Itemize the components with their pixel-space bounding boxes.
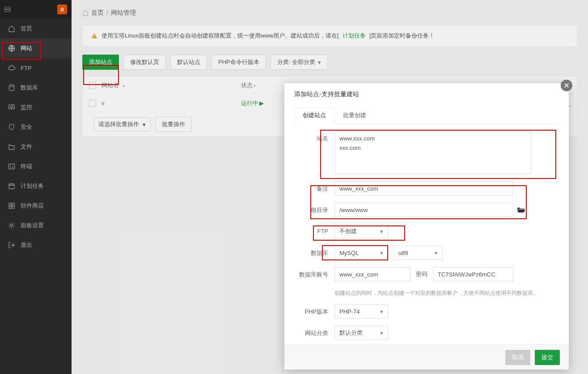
label-password: 密码: [416, 270, 427, 278]
modal-footer: 取消 提交: [284, 344, 569, 370]
tab-batch-create[interactable]: 批量创建: [334, 107, 375, 123]
add-site-form: 域名 备注 根目录 FTP: [284, 131, 569, 353]
add-site-modal: 添加站点-支持批量建站 创建站点 批量创建 域名 备注 根目录: [284, 83, 569, 370]
tab-create-site[interactable]: 创建站点: [294, 107, 334, 124]
php-version-select[interactable]: PHP-74 ▾: [334, 304, 388, 319]
label-database: 数据库: [295, 246, 334, 257]
label-domain: 域名: [295, 131, 334, 143]
chevron-down-icon: ▾: [380, 308, 383, 315]
chevron-down-icon: ▾: [380, 330, 383, 336]
folder-open-icon[interactable]: [517, 206, 525, 214]
db-password-input[interactable]: [433, 267, 513, 281]
label-note: 备注: [295, 181, 334, 193]
label-db-account: 数据库账号: [295, 267, 334, 279]
label-category: 网站分类: [295, 326, 334, 337]
chevron-down-icon: ▾: [380, 228, 383, 235]
cancel-button[interactable]: 取消: [505, 350, 530, 365]
label-ftp: FTP: [295, 224, 334, 234]
domain-textarea[interactable]: [334, 131, 531, 174]
modal-title: 添加站点-支持批量建站: [284, 83, 569, 98]
label-php: PHP版本: [295, 304, 334, 316]
site-category-select[interactable]: 默认分类 ▾: [334, 326, 388, 340]
label-root: 根目录: [295, 203, 334, 214]
modal-tabs: 创建站点 批量创建: [294, 107, 559, 124]
ftp-select[interactable]: 不创建 ▾: [334, 224, 388, 238]
modal-close-button[interactable]: [561, 80, 572, 91]
db-charset-select[interactable]: utf8 ▾: [393, 246, 443, 260]
db-account-input[interactable]: [334, 267, 410, 281]
db-hint-text: 创建站点的同时，为站点创建一个对应的数据库帐户，方便不同站点使用不同数据库。: [334, 289, 558, 297]
chevron-down-icon: ▾: [380, 250, 383, 256]
chevron-down-icon: ▾: [435, 250, 438, 256]
root-dir-input[interactable]: [334, 203, 513, 217]
note-input[interactable]: [334, 181, 513, 196]
submit-button[interactable]: 提交: [535, 350, 560, 365]
db-engine-select[interactable]: MySQL ▾: [334, 246, 388, 260]
